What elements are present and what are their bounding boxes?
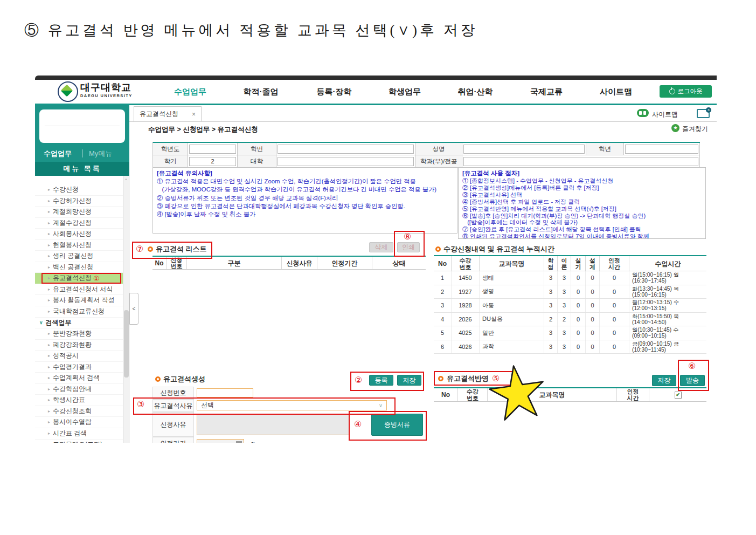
year-input[interactable] bbox=[189, 145, 236, 154]
sidebar-item-seasonal[interactable]: ▸계절수강신청 bbox=[35, 218, 123, 229]
grade-cell bbox=[624, 143, 700, 155]
popup-window-icon[interactable]: × bbox=[697, 109, 710, 118]
window-top-bar bbox=[35, 76, 717, 80]
sidebar-item-period-absence[interactable]: ▸생리 공결신청 bbox=[35, 251, 123, 262]
nav-sitemap[interactable]: 사이트맵 bbox=[600, 87, 632, 97]
sitemap-icon[interactable] bbox=[637, 109, 649, 117]
sidebar-tab-mymenu[interactable]: My메뉴 bbox=[89, 149, 112, 159]
section-bullet-icon bbox=[438, 376, 443, 381]
period-start-input[interactable] bbox=[197, 439, 244, 443]
period-label: 인정기간 bbox=[152, 437, 194, 443]
student-id-input[interactable] bbox=[278, 145, 414, 154]
sidebar-item-course-outline[interactable]: ▸교과목개요(교과) bbox=[35, 440, 123, 443]
notice-cautions: [유고결석 유의사항] ① 유고결석 적용은 대면수업 및 실시간 Zoom 수… bbox=[152, 167, 457, 234]
triangle-icon: ▸ bbox=[48, 295, 50, 306]
triangle-icon: ▸ bbox=[48, 373, 50, 383]
sidebar-item-credit-guide[interactable]: ▸수강학점안내 bbox=[35, 384, 123, 395]
name-input[interactable] bbox=[463, 145, 585, 154]
sidebar-item-service-plan[interactable]: ▸봉사 활동계획서 작성 bbox=[35, 295, 123, 306]
register-button[interactable]: 등록 bbox=[369, 375, 393, 386]
scroll-up-arrow[interactable]: ^ bbox=[123, 176, 129, 183]
college-input[interactable] bbox=[278, 157, 414, 166]
sidebar-item-sugang-lookup[interactable]: ▸수강신청조회 bbox=[35, 406, 123, 417]
request-no-input[interactable] bbox=[197, 388, 253, 397]
sidebar-tab-classes[interactable]: 수업업무 bbox=[44, 149, 72, 159]
sidebar-item-social-service[interactable]: ▸사회봉사신청 bbox=[35, 229, 123, 240]
triangle-icon: ▸ bbox=[48, 284, 50, 295]
sidebar-item-class-status[interactable]: ▸분반강좌현황 bbox=[35, 328, 123, 340]
field-label: 학번 bbox=[238, 143, 276, 155]
logo-subtitle: DAEGU UNIVERSITY bbox=[80, 94, 133, 98]
triangle-icon: ▸ bbox=[48, 229, 50, 239]
absence-list-table: No 신청 번호 구분 신청사유 인정기간 상태 bbox=[152, 256, 426, 270]
nav-student[interactable]: 학생업무 bbox=[389, 87, 421, 97]
nav-registration[interactable]: 등록·장학 bbox=[317, 87, 352, 97]
favorite-link[interactable]: 즐겨찾기 bbox=[682, 125, 708, 134]
sidebar-item-seasonal-hope[interactable]: ▸계절희망신청 bbox=[35, 207, 123, 218]
triangle-icon: ▸ bbox=[48, 240, 50, 251]
nav-classes[interactable]: 수업업무 bbox=[174, 87, 206, 97]
sidebar-item-sugang[interactable]: ▸수강신청 bbox=[35, 184, 123, 196]
favorite-star-icon[interactable]: ★ bbox=[671, 124, 679, 132]
tab-absence-apply[interactable]: 유고결석신청 × bbox=[134, 106, 202, 121]
sidebar-item-service-record[interactable]: ▸봉사이수열람 bbox=[35, 417, 123, 428]
sidebar-item-credit-exchange[interactable]: ▸국내학점교류신청 bbox=[35, 306, 123, 318]
sidebar-item-closed-status[interactable]: ▸폐강강좌현황 bbox=[35, 340, 123, 351]
sidebar-section-search[interactable]: ∨검색업무 bbox=[35, 318, 123, 329]
sidebar-menu: ▸수강신청 ▸수강허가신청 ▸계절희망신청 ▸계절수강신청 ▸사회봉사신청 ▸헌… bbox=[35, 184, 123, 443]
semester-input[interactable]: 2 bbox=[189, 157, 236, 166]
triangle-icon: ▸ bbox=[48, 262, 50, 273]
sidebar-item-sugang-permit[interactable]: ▸수강허가신청 bbox=[35, 196, 123, 207]
sidebar-item-blood-service[interactable]: ▸헌혈봉사신청 bbox=[35, 240, 123, 251]
sidebar-item-class-eval[interactable]: ▸수업평가결과 bbox=[35, 362, 123, 373]
sidebar-collapse-handle[interactable]: < bbox=[129, 293, 138, 325]
scrollbar-thumb[interactable] bbox=[124, 310, 129, 378]
grade-input[interactable] bbox=[625, 145, 698, 154]
reason-textarea[interactable] bbox=[197, 414, 349, 435]
save-button[interactable]: 저장 bbox=[397, 375, 421, 386]
field-label: 학년 bbox=[586, 143, 624, 155]
sidebar-item-timetable[interactable]: ▸학생시간표 bbox=[35, 395, 123, 406]
sidebar-item-absence-form[interactable]: ▸유고결석신청서 서식 bbox=[35, 284, 123, 296]
select-all-checkbox[interactable]: ✔ bbox=[675, 392, 682, 399]
annotation-6: ⑥ bbox=[688, 362, 696, 371]
triangle-icon: ▸ bbox=[48, 351, 50, 361]
field-label: 학기 bbox=[153, 155, 188, 167]
sidebar-item-syllabus-search[interactable]: ▸수업계획서 검색 bbox=[35, 373, 123, 384]
sidebar-item-vaccine-absence[interactable]: ▸백신 공결신청 bbox=[35, 262, 123, 273]
print-button[interactable]: 인쇄 bbox=[397, 242, 420, 252]
send-button[interactable]: 발송 bbox=[680, 375, 705, 386]
major-cell bbox=[462, 155, 700, 167]
annotation-7: ⑦ bbox=[136, 245, 143, 253]
triangle-icon: ▸ bbox=[48, 306, 50, 317]
nav-international[interactable]: 국제교류 bbox=[530, 87, 563, 97]
chevron-down-icon: ∨ bbox=[39, 318, 43, 328]
triangle-icon: ▸ bbox=[48, 395, 50, 406]
sidebar-item-grade-notice[interactable]: ▸성적공시 bbox=[35, 351, 123, 362]
nav-career[interactable]: 취업·산학 bbox=[458, 87, 493, 97]
tab-close-icon[interactable]: × bbox=[192, 111, 196, 118]
section-bullet-icon bbox=[155, 376, 161, 382]
sidebar-item-absence-apply[interactable]: ▸유고결석신청① bbox=[35, 273, 123, 284]
annotation-3: ③ bbox=[137, 400, 144, 409]
create-section-title: 유고결석생성 bbox=[163, 374, 205, 384]
delete-button[interactable]: 삭제 bbox=[369, 242, 393, 252]
year-field-cell bbox=[188, 143, 238, 155]
table-row: 54025일반33000월(10:30~11:45) 수(09:00~10:15… bbox=[434, 326, 706, 340]
triangle-icon: ▸ bbox=[48, 328, 50, 339]
student-id-cell bbox=[276, 143, 415, 155]
notice-procedure-title: [유고결석 사용 절차] bbox=[462, 169, 702, 177]
enrollment-table: No 수강 번호 교과목명 학 점 이 론 실 기 설 계 인정 시간 수업시간… bbox=[434, 255, 706, 354]
logout-button[interactable]: 로그아웃 bbox=[660, 85, 712, 98]
sidebar-item-timetable-search[interactable]: ▸시간표 검색 bbox=[35, 428, 123, 440]
triangle-icon: ▸ bbox=[48, 406, 50, 417]
sitemap-link[interactable]: 사이트맵 bbox=[652, 110, 678, 119]
power-icon bbox=[669, 88, 675, 94]
major-input[interactable] bbox=[463, 157, 698, 166]
reason-type-select[interactable]: 선택 ∨ bbox=[197, 400, 387, 410]
triangle-icon: ▸ bbox=[48, 218, 50, 229]
evidence-button[interactable]: 증빙서류 bbox=[371, 414, 423, 436]
apply-save-button[interactable]: 저장 bbox=[652, 375, 676, 386]
annotation-4: ④ bbox=[354, 420, 362, 429]
nav-records[interactable]: 학적·졸업 bbox=[244, 87, 279, 97]
